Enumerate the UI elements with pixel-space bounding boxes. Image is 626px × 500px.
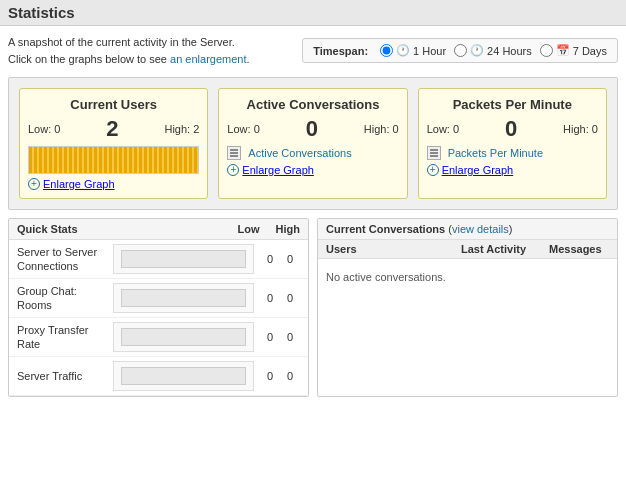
current-conversations-panel: Current Conversations ( view details ) U…	[317, 218, 618, 397]
qs-col-low: Low	[238, 223, 260, 235]
cc-columns: Users Last Activity Messages	[318, 240, 617, 259]
current-users-enlarge[interactable]: + Enlarge Graph	[28, 178, 199, 190]
active-conv-icon	[227, 146, 241, 160]
top-bar: A snapshot of the current activity in th…	[8, 34, 618, 67]
stat-card-packets: Packets Per Minute Low: 0 0 High: 0 Pack…	[418, 88, 607, 199]
packets-high-label: High: 0	[563, 123, 598, 135]
cc-paren-open: (	[445, 223, 452, 235]
stat-card-active-conversations: Active Conversations Low: 0 0 High: 0 Ac…	[218, 88, 407, 199]
current-users-high-label: High: 2	[164, 123, 199, 135]
current-users-title: Current Users	[28, 97, 199, 112]
timespan-1hour-radio[interactable]	[380, 44, 393, 57]
current-users-value: 2	[106, 116, 118, 142]
active-conv-link-row: Active Conversations	[227, 146, 398, 160]
current-users-enlarge-link[interactable]: Enlarge Graph	[43, 178, 115, 190]
active-conversations-title: Active Conversations	[227, 97, 398, 112]
clock24-icon: 🕐	[470, 44, 484, 57]
timespan-24hours[interactable]: 🕐 24 Hours	[454, 44, 532, 57]
qs-high-traffic: 0	[280, 370, 300, 382]
description-line2-pre: Click on the graphs below to see	[8, 53, 170, 65]
cc-col-activity: Last Activity	[461, 243, 541, 255]
packets-low-label: Low: 0	[427, 123, 459, 135]
qs-graph-traffic[interactable]	[113, 361, 254, 391]
stat-card-current-users: Current Users Low: 0 2 High: 2 + Enlarge…	[19, 88, 208, 199]
page-title: Statistics	[8, 4, 618, 21]
cc-paren-close: )	[509, 223, 513, 235]
cc-view-details-link[interactable]: view details	[452, 223, 509, 235]
qs-label-traffic: Server Traffic	[17, 369, 107, 383]
active-conv-value: 0	[306, 116, 318, 142]
main-content: A snapshot of the current activity in th…	[0, 26, 626, 405]
quick-stats-header: Quick Stats Low High	[9, 219, 308, 240]
qs-graph-inner	[121, 250, 246, 268]
timespan-24hours-radio[interactable]	[454, 44, 467, 57]
active-conv-high-label: High: 0	[364, 123, 399, 135]
qs-low-server-connections: 0	[260, 253, 280, 265]
qs-label-group-chat: Group Chat: Rooms	[17, 284, 107, 313]
description: A snapshot of the current activity in th…	[8, 34, 250, 67]
qs-row-server-connections: Server to Server Connections 0 0	[9, 240, 308, 279]
qs-graph-inner-3	[121, 328, 246, 346]
qs-graph-proxy[interactable]	[113, 322, 254, 352]
cc-empty-message: No active conversations.	[318, 259, 617, 295]
quick-stats-title: Quick Stats	[17, 223, 78, 235]
packets-enlarge[interactable]: + Enlarge Graph	[427, 164, 598, 176]
timespan-1hour[interactable]: 🕐 1 Hour	[380, 44, 446, 57]
cc-header: Current Conversations ( view details )	[318, 219, 617, 240]
timespan-label: Timespan:	[313, 45, 368, 57]
qs-graph-inner-4	[121, 367, 246, 385]
qs-low-group-chat: 0	[260, 292, 280, 304]
current-users-range: Low: 0 2 High: 2	[28, 116, 199, 142]
enlargement-link[interactable]: an enlargement	[170, 53, 246, 65]
active-conv-low-label: Low: 0	[227, 123, 259, 135]
clock-icon: 🕐	[396, 44, 410, 57]
qs-row-traffic: Server Traffic 0 0	[9, 357, 308, 396]
quick-stats-cols: Low High	[238, 223, 300, 235]
description-line2-post: .	[247, 53, 250, 65]
enlarge-plus-icon: +	[28, 178, 40, 190]
timespan-7days[interactable]: 📅 7 Days	[540, 44, 607, 57]
timespan-24hours-label: 24 Hours	[487, 45, 532, 57]
current-users-graph[interactable]	[28, 146, 199, 174]
cc-title: Current Conversations	[326, 223, 445, 235]
qs-low-traffic: 0	[260, 370, 280, 382]
timespan-7days-radio[interactable]	[540, 44, 553, 57]
qs-graph-server-connections[interactable]	[113, 244, 254, 274]
stats-cards: Current Users Low: 0 2 High: 2 + Enlarge…	[19, 88, 607, 199]
qs-row-group-chat: Group Chat: Rooms 0 0	[9, 279, 308, 318]
active-conv-link[interactable]: Active Conversations	[248, 147, 351, 159]
bottom-section: Quick Stats Low High Server to Server Co…	[8, 218, 618, 397]
qs-row-proxy: Proxy Transfer Rate 0 0	[9, 318, 308, 357]
qs-high-proxy: 0	[280, 331, 300, 343]
enlarge-plus-icon-3: +	[427, 164, 439, 176]
timespan-1hour-label: 1 Hour	[413, 45, 446, 57]
qs-high-group-chat: 0	[280, 292, 300, 304]
cc-col-messages: Messages	[549, 243, 609, 255]
packets-value: 0	[505, 116, 517, 142]
description-line1: A snapshot of the current activity in th…	[8, 36, 235, 48]
packets-link-row: Packets Per Minute	[427, 146, 598, 160]
packets-icon	[427, 146, 441, 160]
cc-col-users: Users	[326, 243, 453, 255]
qs-label-proxy: Proxy Transfer Rate	[17, 323, 107, 352]
stats-outer: Current Users Low: 0 2 High: 2 + Enlarge…	[8, 77, 618, 210]
quick-stats-panel: Quick Stats Low High Server to Server Co…	[8, 218, 309, 397]
packets-link[interactable]: Packets Per Minute	[448, 147, 543, 159]
packets-range: Low: 0 0 High: 0	[427, 116, 598, 142]
calendar-icon: 📅	[556, 44, 570, 57]
qs-col-high: High	[276, 223, 300, 235]
active-conv-enlarge[interactable]: + Enlarge Graph	[227, 164, 398, 176]
active-conv-enlarge-link[interactable]: Enlarge Graph	[242, 164, 314, 176]
packets-title: Packets Per Minute	[427, 97, 598, 112]
qs-graph-group-chat[interactable]	[113, 283, 254, 313]
qs-low-proxy: 0	[260, 331, 280, 343]
enlarge-plus-icon-2: +	[227, 164, 239, 176]
packets-enlarge-link[interactable]: Enlarge Graph	[442, 164, 514, 176]
current-users-low-label: Low: 0	[28, 123, 60, 135]
active-conversations-range: Low: 0 0 High: 0	[227, 116, 398, 142]
qs-high-server-connections: 0	[280, 253, 300, 265]
timespan-box: Timespan: 🕐 1 Hour 🕐 24 Hours 📅 7 Days	[302, 38, 618, 63]
page-header: Statistics	[0, 0, 626, 26]
qs-label-server-connections: Server to Server Connections	[17, 245, 107, 274]
qs-graph-inner-2	[121, 289, 246, 307]
